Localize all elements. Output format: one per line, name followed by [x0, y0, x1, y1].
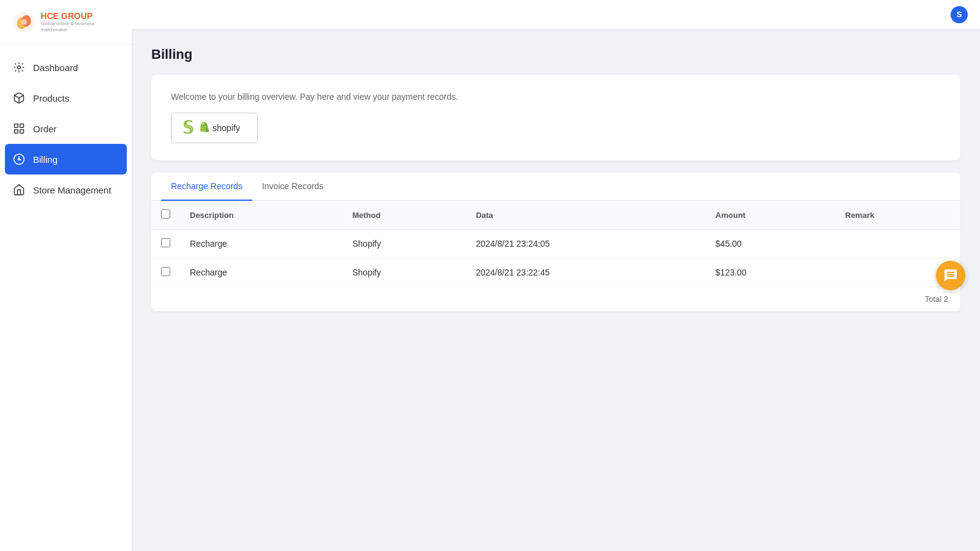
main-content: S Billing Welcome to your billing overvi…	[132, 0, 980, 551]
sidebar-item-products[interactable]: Products	[0, 83, 132, 113]
topbar: S	[132, 0, 980, 29]
sidebar-item-billing-label: Billing	[33, 154, 58, 165]
svg-rect-8	[20, 130, 24, 133]
logo-text: HCE GROUP Global online & business match…	[40, 12, 119, 33]
sidebar: HCE GROUP Global online & business match…	[0, 0, 132, 551]
floating-help-button[interactable]	[936, 261, 965, 290]
row-amount-1: $123.00	[706, 258, 835, 287]
store-icon	[12, 183, 26, 197]
row-description-1: Recharge	[180, 258, 342, 287]
svg-rect-9	[15, 130, 18, 133]
svg-point-3	[21, 19, 27, 25]
row-checkbox-1[interactable]	[161, 267, 170, 276]
shopify-button[interactable]: 𝕊 shopify	[171, 113, 258, 143]
page-title: Billing	[151, 47, 960, 62]
page-content: Billing Welcome to your billing overview…	[132, 29, 980, 551]
shopify-logo: 𝕊 shopify	[183, 119, 246, 137]
billing-description: Welcome to your billing overview. Pay he…	[171, 92, 941, 102]
sidebar-item-store-label: Store Management	[33, 185, 111, 195]
column-amount: Amount	[706, 201, 835, 230]
billing-overview-card: Welcome to your billing overview. Pay he…	[151, 75, 960, 160]
tabs: Recharge Records Invoice Records	[151, 173, 960, 201]
dashboard-icon	[12, 61, 26, 74]
svg-text:shopify: shopify	[213, 123, 241, 133]
table-row: Recharge Shopify 2024/8/21 23:24:05 $45.…	[151, 230, 960, 258]
row-checkbox-cell-1	[151, 258, 180, 287]
sidebar-item-products-label: Products	[33, 93, 69, 103]
column-data: Data	[466, 201, 706, 230]
records-section: Recharge Records Invoice Records Descrip…	[151, 173, 960, 311]
products-icon	[12, 91, 26, 105]
tab-recharge-records[interactable]: Recharge Records	[161, 173, 252, 201]
row-method-1: Shopify	[342, 258, 466, 287]
billing-icon	[12, 152, 26, 166]
select-all-checkbox[interactable]	[161, 209, 170, 219]
sidebar-nav: Dashboard Products	[0, 45, 132, 551]
sidebar-item-order[interactable]: Order	[0, 113, 132, 144]
svg-rect-7	[20, 124, 24, 128]
tab-invoice-records[interactable]: Invoice Records	[252, 173, 333, 201]
row-data-1: 2024/8/21 23:22:45	[466, 258, 706, 287]
shopify-wordmark: shopify	[197, 119, 246, 137]
chat-icon	[943, 268, 958, 283]
user-menu[interactable]: S	[951, 6, 968, 23]
sidebar-item-order-label: Order	[33, 124, 56, 134]
sidebar-item-store-management[interactable]: Store Management	[0, 174, 132, 205]
column-description: Description	[180, 201, 342, 230]
svg-rect-6	[15, 124, 18, 128]
table-footer: Total 2	[151, 287, 960, 311]
row-method-0: Shopify	[342, 230, 466, 258]
shopify-s-icon: 𝕊	[183, 119, 194, 137]
logo-area: HCE GROUP Global online & business match…	[0, 0, 132, 45]
row-remark-0	[835, 230, 960, 258]
column-remark: Remark	[835, 201, 960, 230]
logo-sub: Global online & business matchmaker	[40, 21, 119, 32]
svg-point-4	[18, 66, 21, 69]
row-amount-0: $45.00	[706, 230, 835, 258]
sidebar-item-dashboard[interactable]: Dashboard	[0, 52, 132, 83]
column-method: Method	[342, 201, 466, 230]
row-data-0: 2024/8/21 23:24:05	[466, 230, 706, 258]
total-count: Total 2	[925, 294, 948, 304]
logo-icon	[12, 10, 36, 34]
table-row: Recharge Shopify 2024/8/21 23:22:45 $123…	[151, 258, 960, 287]
sidebar-item-billing[interactable]: Billing	[5, 144, 127, 174]
row-checkbox-0[interactable]	[161, 238, 170, 247]
avatar: S	[951, 6, 968, 23]
row-checkbox-cell-0	[151, 230, 180, 258]
row-description-0: Recharge	[180, 230, 342, 258]
logo-name: HCE GROUP	[40, 12, 119, 21]
sidebar-item-dashboard-label: Dashboard	[33, 62, 78, 73]
order-icon	[12, 122, 26, 135]
records-table: Description Method Data Amount Remark Re…	[151, 201, 960, 287]
select-all-header	[151, 201, 180, 230]
